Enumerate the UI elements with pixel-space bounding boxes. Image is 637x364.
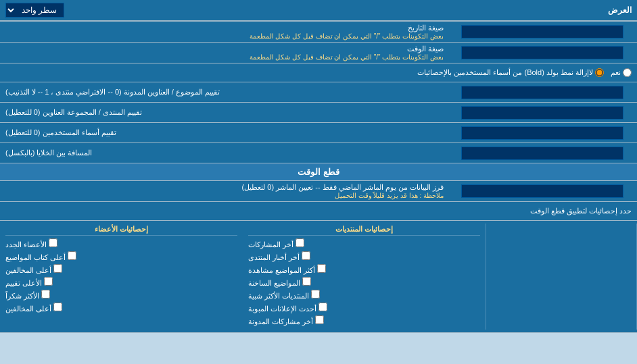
topics-order-input-cell: 33 (448, 82, 637, 102)
checkbox-last-posts-label[interactable]: أخر المشاركات (248, 238, 304, 249)
stats-col-forums: إحصائيات المنتديات أخر المشاركات أخر أخب… (243, 224, 486, 330)
cutoff-sub-label: ملاحظة : هذا قد يزيد قليلاً وقت التحميل (4, 192, 444, 199)
distance-label: المسافة بين الخلايا (بالبكسل) (0, 143, 448, 163)
checkbox-last-posts-input[interactable] (296, 238, 304, 247)
date-format-label-cell: صيغة التاريخ بعض التكوينات يتطلب "/" الت… (0, 22, 448, 42)
main-container: العرض سطر واحد سطرين ثلاثة أسطر d-m صيغة… (0, 0, 637, 333)
bold-radio-group: نعم لا (589, 68, 632, 77)
time-format-sub-label: بعض التكوينات يتطلب "/" التي يمكن ان تضا… (4, 53, 444, 61)
time-format-main-label: صيغة الوقت (4, 45, 444, 53)
forum-order-label: تقييم المنتدى / المجموعة العناوين (0 للت… (0, 103, 448, 122)
checkbox-latest-classifieds-label[interactable]: أحدث الإعلانات المبوبة (248, 303, 327, 313)
checkbox-most-similar-label[interactable]: المنتديات الأكثر شبية (248, 290, 320, 301)
checkbox-hot-topics-label[interactable]: المواضيع الساخنة (248, 277, 311, 288)
cutoff-label-cell: فرز البيانات من يوم الماشر الماضي فقط --… (0, 181, 448, 201)
forum-order-input[interactable]: 33 (461, 106, 623, 120)
bold-no-label[interactable]: لا (589, 68, 604, 77)
cutoff-input[interactable]: 0 (461, 184, 623, 198)
time-format-input-cell: H:i (448, 43, 637, 63)
checkbox-last-posts: أخر المشاركات (248, 238, 480, 249)
display-mode-container: سطر واحد سطرين ثلاثة أسطر (5, 3, 64, 18)
checkbox-most-viewed: أكثر المواضيع مشاهدة (248, 264, 480, 275)
date-format-input-cell: d-m (448, 22, 637, 42)
checkbox-forum-news-label[interactable]: أخر أخبار المنتدى (248, 251, 310, 262)
cutoff-main-label: فرز البيانات من يوم الماشر الماضي فقط --… (4, 183, 444, 192)
bold-remove-row: نعم لا إزالة نمط بولد (Bold) من أسماء ال… (0, 63, 637, 82)
cutoff-section-header: قطع الوقت (0, 163, 637, 181)
stats-limit-label: حدد إحصائيات لتطبيق قطع الوقت (5, 207, 632, 215)
checkbox-latest-classifieds-input[interactable] (318, 303, 327, 311)
checkbox-top-writers: أعلى كتاب المواضيع (5, 251, 237, 262)
checkbox-new-members-input[interactable] (49, 238, 57, 247)
checkbox-most-viewed-input[interactable] (317, 264, 326, 273)
checkbox-new-members: الأعضاء الجدد (5, 238, 237, 249)
checkbox-top-rated-input[interactable] (44, 277, 53, 286)
checkbox-top-inviters-label[interactable]: أعلى المخالفين (5, 264, 62, 275)
checkbox-blog-posts: أخر مشاركات المدونة (248, 315, 480, 326)
users-order-input-cell: 0 (448, 123, 637, 142)
checkbox-new-members-label[interactable]: الأعضاء الجدد (5, 238, 57, 249)
bold-no-radio[interactable] (595, 68, 604, 77)
time-format-input[interactable]: H:i (461, 46, 623, 59)
time-format-row: H:i صيغة الوقت بعض التكوينات يتطلب "/" ا… (0, 43, 637, 63)
bold-remove-label: إزالة نمط بولد (Bold) من أسماء المستخدمي… (5, 68, 589, 77)
checkbox-blog-posts-input[interactable] (315, 315, 324, 324)
header-title: العرض (608, 5, 632, 15)
checkbox-top-writers-input[interactable] (68, 251, 76, 260)
checkbox-hot-topics-input[interactable] (302, 277, 311, 286)
cutoff-row: 0 فرز البيانات من يوم الماشر الماضي فقط … (0, 181, 637, 202)
users-order-label: تقييم أسماء المستخدمين (0 للتعطيل) (0, 123, 448, 142)
checkbox-top-rated-label[interactable]: الأعلى تقييم (5, 277, 53, 288)
forum-order-input-cell: 33 (448, 103, 637, 122)
checkbox-top-rated: الأعلى تقييم (5, 277, 237, 288)
distance-input[interactable]: 2 (461, 147, 623, 160)
date-format-main-label: صيغة التاريخ (4, 24, 444, 32)
topics-order-row: 33 تقييم الموضوع / العناوين المدونة (0 -… (0, 82, 637, 103)
date-format-input[interactable]: d-m (461, 25, 623, 38)
header-row: العرض سطر واحد سطرين ثلاثة أسطر (0, 0, 637, 22)
topics-order-label: تقييم الموضوع / العناوين المدونة (0 -- ا… (0, 82, 448, 102)
checkbox-most-similar: المنتديات الأكثر شبية (248, 290, 480, 301)
checkbox-latest-classifieds: أحدث الإعلانات المبوبة (248, 303, 480, 313)
display-mode-select[interactable]: سطر واحد سطرين ثلاثة أسطر (5, 3, 64, 18)
bold-yes-label[interactable]: نعم (611, 68, 632, 77)
checkbox-most-similar-input[interactable] (311, 290, 320, 298)
checkbox-blog-posts-label[interactable]: أخر مشاركات المدونة (248, 315, 324, 326)
checkbox-most-thanked: الأكثر شكراً (5, 290, 237, 301)
stats-checkboxes-container: إحصائيات المنتديات أخر المشاركات أخر أخب… (0, 221, 637, 333)
stats-members-header: إحصائيات الأعضاء (5, 225, 237, 236)
stats-limit-row: حدد إحصائيات لتطبيق قطع الوقت (0, 202, 637, 221)
cutoff-input-cell: 0 (448, 181, 637, 201)
checkbox-top-writers-label[interactable]: أعلى كتاب المواضيع (5, 251, 76, 262)
stats-col-members: إحصائيات الأعضاء الأعضاء الجدد أعلى كتاب… (0, 224, 243, 330)
checkbox-most-thanked-label[interactable]: الأكثر شكراً (5, 290, 50, 301)
checkbox-most-viewed-label[interactable]: أكثر المواضيع مشاهدة (248, 264, 326, 275)
topics-order-input[interactable]: 33 (461, 86, 623, 99)
forum-order-row: 33 تقييم المنتدى / المجموعة العناوين (0 … (0, 103, 637, 123)
distance-input-cell: 2 (448, 143, 637, 163)
distance-row: 2 المسافة بين الخلايا (بالبكسل) (0, 143, 637, 163)
checkbox-forum-news: أخر أخبار المنتدى (248, 251, 480, 262)
checkbox-forum-news-input[interactable] (302, 251, 310, 260)
date-format-row: d-m صيغة التاريخ بعض التكوينات يتطلب "/"… (0, 22, 637, 43)
checkbox-most-thanked-input[interactable] (41, 290, 50, 298)
checkbox-top-violators-label[interactable]: أعلى المخالفين (5, 303, 62, 313)
time-format-label-cell: صيغة الوقت بعض التكوينات يتطلب "/" التي … (0, 43, 448, 63)
date-format-sub-label: بعض التكوينات يتطلب "/" التي يمكن ان تضا… (4, 32, 444, 40)
checkbox-top-violators: أعلى المخالفين (5, 303, 237, 313)
checkbox-top-violators-input[interactable] (53, 303, 62, 311)
checkbox-top-inviters: أعلى المخالفين (5, 264, 237, 275)
stats-col-empty (486, 224, 637, 330)
stats-forums-header: إحصائيات المنتديات (248, 225, 480, 236)
users-order-row: 0 تقييم أسماء المستخدمين (0 للتعطيل) (0, 123, 637, 143)
checkbox-hot-topics: المواضيع الساخنة (248, 277, 480, 288)
checkbox-top-inviters-input[interactable] (53, 264, 62, 273)
bold-yes-radio[interactable] (623, 68, 632, 77)
users-order-input[interactable]: 0 (461, 126, 623, 140)
